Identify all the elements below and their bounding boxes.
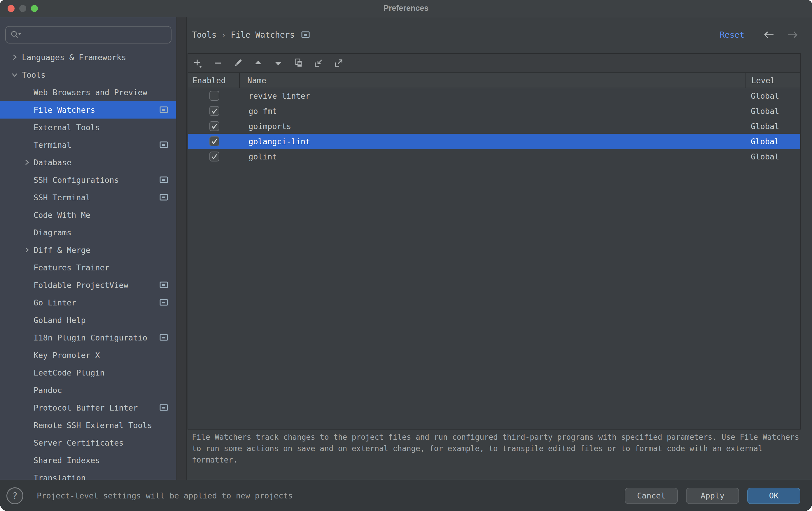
sidebar-item-label: Web Browsers and Preview [33, 88, 147, 97]
table-row-go-fmt[interactable]: go fmt Global [188, 103, 800, 118]
sidebar-item-label: Diagrams [33, 228, 71, 237]
sidebar-item-database[interactable]: Database [0, 154, 176, 171]
enabled-checkbox[interactable] [209, 121, 219, 131]
sidebar-item-label: SSH Configurations [33, 176, 119, 185]
preferences-window: Preferences Languages & Frameworks Tools [0, 0, 812, 511]
sidebar-item-terminal[interactable]: Terminal [0, 136, 176, 154]
sidebar-item-foldable-projectview[interactable]: Foldable ProjectView [0, 276, 176, 294]
traffic-lights [7, 0, 38, 17]
apply-button[interactable]: Apply [686, 488, 739, 504]
add-button[interactable] [193, 58, 203, 68]
sidebar-item-label: Database [33, 158, 71, 167]
settings-sidebar: Languages & Frameworks Tools Web Browser… [0, 17, 176, 480]
table-row-golint[interactable]: golint Global [188, 149, 800, 164]
sidebar-item-tools[interactable]: Tools [0, 66, 176, 83]
sidebar-scrollbar[interactable] [176, 17, 187, 480]
sidebar-items: Languages & Frameworks Tools Web Browser… [0, 49, 176, 480]
export-button[interactable] [334, 58, 344, 68]
back-arrow-icon[interactable] [762, 30, 775, 40]
watcher-name: revive linter [240, 91, 745, 101]
sidebar-item-label: Tools [22, 70, 46, 79]
duplicate-button[interactable] [293, 58, 303, 68]
sidebar-item-shared-indexes[interactable]: Shared Indexes [0, 452, 176, 469]
sidebar-item-leetcode-plugin[interactable]: LeetCode Plugin [0, 364, 176, 381]
breadcrumb-separator: › [221, 30, 226, 40]
chevron-icon [22, 245, 31, 254]
sidebar-item-diff-merge[interactable]: Diff & Merge [0, 241, 176, 259]
move-down-button[interactable] [273, 58, 283, 68]
sidebar-item-pandoc[interactable]: Pandoc [0, 381, 176, 399]
watcher-name: go fmt [240, 107, 745, 116]
screen-icon [160, 334, 168, 341]
move-up-button[interactable] [253, 58, 263, 68]
sidebar-item-web-browsers-and-preview[interactable]: Web Browsers and Preview [0, 83, 176, 101]
watcher-level: Global [745, 122, 800, 131]
screen-icon [160, 299, 168, 306]
table-body: revive linter Global go fmt Global goimp… [188, 88, 800, 164]
enabled-checkbox[interactable] [209, 136, 219, 146]
table-header: Enabled Name Level [188, 73, 800, 88]
ok-button[interactable]: OK [747, 488, 800, 504]
column-header-name: Name [240, 73, 745, 88]
chevron-icon [22, 158, 31, 167]
footer-bar: ? Project-level settings will be applied… [0, 480, 812, 511]
sidebar-item-goland-help[interactable]: GoLand Help [0, 311, 176, 329]
breadcrumb: Tools › File Watchers [192, 26, 310, 44]
watcher-level: Global [745, 91, 800, 101]
content-panel: Tools › File Watchers Reset [187, 17, 812, 480]
sidebar-item-diagrams[interactable]: Diagrams [0, 224, 176, 241]
enabled-checkbox[interactable] [209, 152, 219, 161]
sidebar-item-label: Translation [33, 473, 86, 480]
sidebar-item-label: LeetCode Plugin [33, 368, 105, 377]
sidebar-item-i18n-plugin-configuration[interactable]: I18n Plugin Configuration [0, 329, 176, 346]
remove-button[interactable] [213, 58, 223, 68]
sidebar-item-remote-ssh-external-tools[interactable]: Remote SSH External Tools [0, 416, 176, 434]
table-row-goimports[interactable]: goimports Global [188, 118, 800, 134]
sidebar-item-features-trainer[interactable]: Features Trainer [0, 259, 176, 276]
status-text: Project-level settings will be applied t… [37, 491, 293, 500]
sidebar-item-languages-frameworks[interactable]: Languages & Frameworks [0, 49, 176, 66]
sidebar-item-label: External Tools [33, 123, 100, 132]
sidebar-item-server-certificates[interactable]: Server Certificates [0, 434, 176, 452]
forward-arrow-icon[interactable] [786, 30, 799, 40]
table-row-revive-linter[interactable]: revive linter Global [188, 88, 800, 103]
sidebar-item-label: Terminal [33, 140, 71, 150]
sidebar-item-label: Features Trainer [33, 263, 109, 272]
sidebar-item-ssh-configurations[interactable]: SSH Configurations [0, 171, 176, 189]
minimize-button[interactable] [19, 5, 26, 12]
cancel-button[interactable]: Cancel [625, 488, 678, 504]
search-input[interactable] [23, 29, 171, 41]
sidebar-item-key-promoter-x[interactable]: Key Promoter X [0, 346, 176, 364]
breadcrumb-tools[interactable]: Tools [192, 30, 216, 40]
sidebar-item-file-watchers[interactable]: File Watchers [0, 101, 176, 118]
sidebar-item-protocol-buffer-linter[interactable]: Protocol Buffer Linter [0, 399, 176, 416]
description-text: File Watchers track changes to the proje… [192, 432, 804, 466]
edit-button[interactable] [233, 58, 243, 68]
sidebar-item-external-tools[interactable]: External Tools [0, 118, 176, 136]
watchers-panel: Enabled Name Level revive linter Global … [187, 53, 801, 430]
search-box[interactable] [5, 26, 172, 44]
zoom-button[interactable] [31, 5, 38, 12]
sidebar-item-label: Shared Indexes [33, 456, 100, 465]
sidebar-item-label: Key Promoter X [33, 351, 100, 360]
enabled-checkbox[interactable] [209, 91, 219, 101]
sidebar-item-label: Server Certificates [33, 438, 124, 447]
sidebar-item-code-with-me[interactable]: Code With Me [0, 206, 176, 224]
import-button[interactable] [314, 58, 323, 68]
sidebar-item-label: Pandoc [33, 386, 62, 395]
help-button[interactable]: ? [6, 487, 23, 504]
breadcrumb-file-watchers: File Watchers [231, 30, 295, 40]
sidebar-item-go-linter[interactable]: Go Linter [0, 294, 176, 311]
close-button[interactable] [7, 5, 14, 12]
sidebar-item-ssh-terminal[interactable]: SSH Terminal [0, 189, 176, 206]
main-area: Languages & Frameworks Tools Web Browser… [0, 17, 812, 480]
reset-link[interactable]: Reset [720, 30, 744, 40]
sidebar-item-label: Remote SSH External Tools [33, 421, 152, 430]
screen-icon [160, 141, 168, 149]
enabled-checkbox[interactable] [209, 106, 219, 116]
watcher-level: Global [745, 152, 800, 161]
table-row-golangci-lint[interactable]: golangci-lint Global [188, 134, 800, 149]
titlebar: Preferences [0, 0, 812, 17]
sidebar-item-translation[interactable]: Translation [0, 469, 176, 480]
screen-icon [160, 176, 168, 184]
